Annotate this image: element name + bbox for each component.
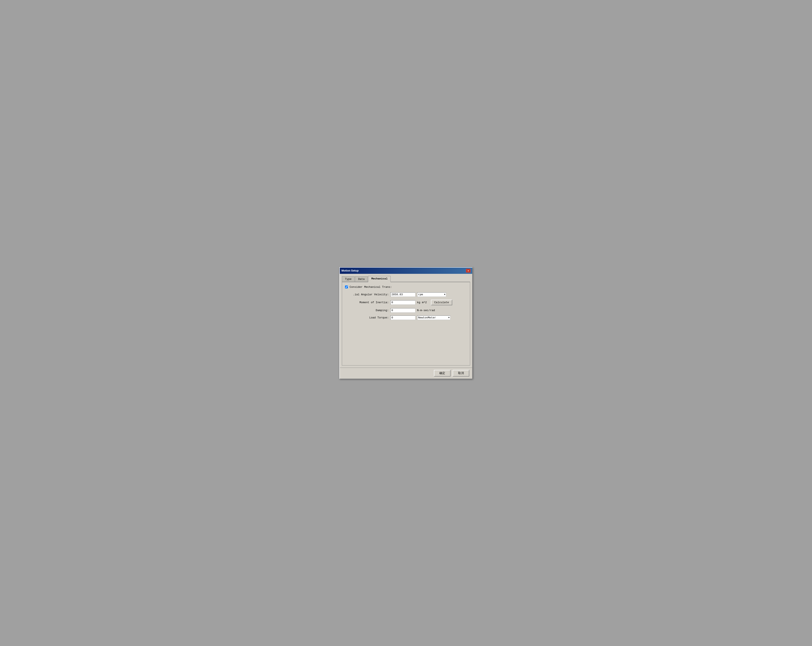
tab-type[interactable]: Type <box>342 276 354 282</box>
motion-setup-dialog: Motion Setup × Type Data Mechanical Cons… <box>339 267 473 379</box>
moment-of-inertia-row: Moment of Inertia: kg m^2 Calculate <box>345 300 467 305</box>
dialog-title: Motion Setup <box>342 269 359 272</box>
damping-row: Damping: N-m-sec/rad <box>345 308 467 312</box>
angular-velocity-label: .ial Angular Velocity: <box>345 293 389 296</box>
calculate-button[interactable]: Calculate <box>431 300 452 305</box>
moment-of-inertia-input[interactable] <box>391 300 415 305</box>
consider-mechanical-checkbox[interactable] <box>345 285 348 288</box>
dialog-footer: 确定 取消 <box>340 367 472 379</box>
cancel-button[interactable]: 取消 <box>453 370 469 377</box>
load-torque-row: Load Torque: NewtonMeter lbf·ft N·cm <box>345 315 467 320</box>
damping-label: Damping: <box>345 309 389 312</box>
tab-data[interactable]: Data <box>355 276 368 282</box>
consider-mechanical-label: Consider Mechanical Trans: <box>350 285 392 289</box>
angular-velocity-row: .ial Angular Velocity: rpm rad/s deg/s <box>345 292 467 297</box>
damping-input[interactable] <box>391 308 415 312</box>
load-torque-unit-select[interactable]: NewtonMeter lbf·ft N·cm <box>417 315 450 320</box>
angular-velocity-unit-select[interactable]: rpm rad/s deg/s <box>417 292 446 297</box>
close-button[interactable]: × <box>466 269 470 272</box>
moment-of-inertia-label: Moment of Inertia: <box>345 301 389 304</box>
tab-bar: Type Data Mechanical <box>342 276 470 282</box>
title-bar: Motion Setup × <box>340 268 472 274</box>
consider-mechanical-row: Consider Mechanical Trans: <box>345 285 467 289</box>
load-torque-input[interactable] <box>391 315 415 320</box>
angular-velocity-input[interactable] <box>391 292 415 297</box>
damping-unit: N-m-sec/rad <box>417 309 435 312</box>
tab-mechanical[interactable]: Mechanical <box>368 276 391 282</box>
moment-of-inertia-unit: kg m^2 <box>417 301 427 304</box>
tab-content-mechanical: Consider Mechanical Trans: .ial Angular … <box>342 282 470 366</box>
load-torque-label: Load Torque: <box>345 316 389 319</box>
dialog-body: Type Data Mechanical Consider Mechanical… <box>340 274 472 367</box>
confirm-button[interactable]: 确定 <box>434 370 450 377</box>
